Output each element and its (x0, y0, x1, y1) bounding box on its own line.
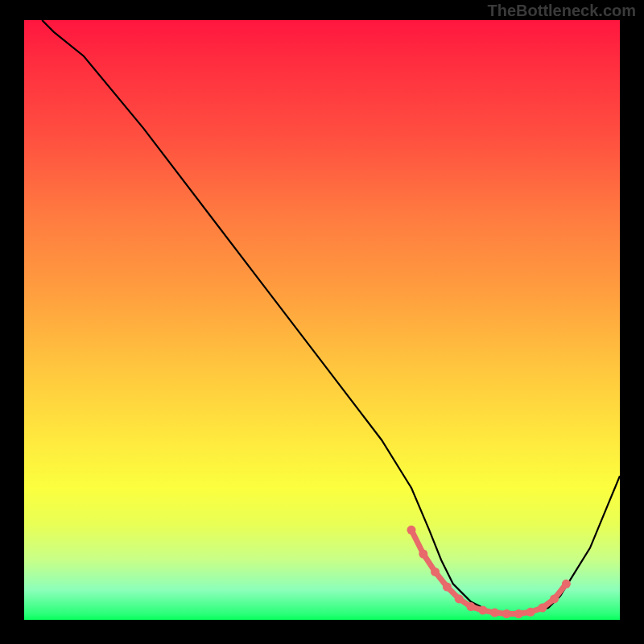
marker-dot (478, 606, 487, 615)
watermark-text: TheBottleneck.com (488, 2, 636, 20)
marker-dot (490, 609, 499, 617)
marker-dot (538, 604, 547, 613)
chart-svg (24, 20, 620, 620)
marker-dot (443, 583, 452, 592)
marker-dot (514, 609, 523, 618)
optimal-range-markers (407, 526, 571, 618)
marker-dot (419, 550, 427, 559)
marker-dot (467, 602, 476, 611)
marker-dot (526, 608, 535, 617)
marker-dot (550, 594, 559, 603)
marker-dot (455, 594, 464, 603)
marker-dot (502, 609, 511, 618)
plot-area (24, 20, 620, 620)
marker-dot (431, 568, 440, 576)
bottleneck-curve-line (42, 20, 620, 614)
marker-dot (562, 580, 571, 588)
marker-dot (407, 526, 416, 535)
